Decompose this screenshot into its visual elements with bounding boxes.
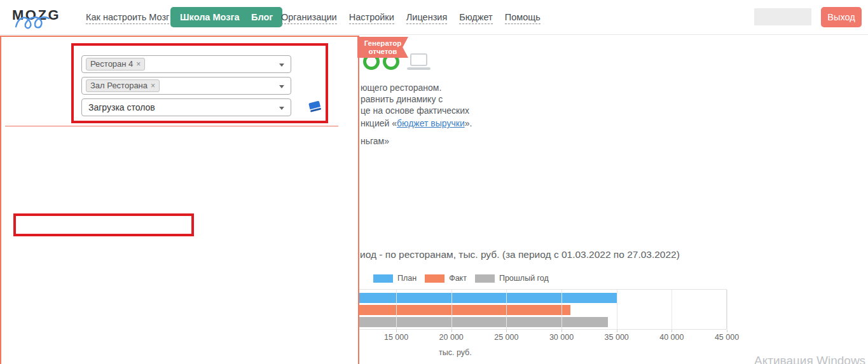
ribbon-line-2: отчетов [357, 48, 408, 56]
report-generator-ribbon[interactable]: Генератор отчетов [357, 37, 408, 58]
chip-remove-icon[interactable]: × [136, 60, 141, 69]
gridline [506, 290, 507, 329]
tick-mark [451, 330, 452, 332]
manual-book-icon[interactable] [308, 100, 322, 116]
restaurant-chip: Ресторан 4× [86, 58, 145, 71]
dropdown-caret-icon [279, 85, 284, 88]
tick-label: 25 000 [494, 333, 518, 342]
clipped-text-line: це на основе фактических [361, 105, 469, 116]
clipped-text-line: ющего рестораном. [361, 83, 441, 93]
nav-link-license[interactable]: Лицензия [406, 12, 447, 24]
legend-entry-prev-year: Прошлый год [475, 274, 549, 283]
tick-mark [506, 330, 507, 332]
legend-entry-fact: Факт [425, 274, 467, 283]
tick-label: 15 000 [384, 333, 408, 342]
section-divider [5, 126, 338, 126]
ribbon-line-1: Генератор [357, 39, 408, 48]
gridline [561, 290, 562, 329]
gridline [617, 290, 617, 329]
gridline [451, 290, 452, 329]
restaurant-select[interactable]: Ресторан 4× [81, 55, 291, 73]
nav-link-how-to-setup[interactable]: Как настроить Мозг [86, 12, 169, 24]
clipped-text-line: нкцией «бюджет выручки». [361, 118, 472, 128]
legend-swatch-fact [425, 274, 444, 283]
gridline [396, 290, 397, 329]
gridline [727, 290, 727, 329]
tick-mark [672, 330, 672, 332]
laptop-icon [410, 53, 427, 66]
username-redacted-box [754, 8, 811, 25]
report-selected-value: Загрузка столов [88, 102, 155, 112]
top-nav: MOZG Как настроить Мозг Школа Мозга Блог… [0, 0, 868, 35]
chart-legend: План Факт Прошлый год [373, 274, 549, 283]
chart-axis: 15 00020 00025 00030 00035 00040 00045 0… [359, 333, 727, 343]
tick-label: 35 000 [605, 333, 629, 342]
revenue-budget-link[interactable]: бюджет выручки [397, 118, 465, 128]
tick-mark [727, 330, 727, 332]
nav-link-budget[interactable]: Бюджет [459, 12, 492, 24]
nav-links: Организации Настройки Лицензия Бюджет По… [281, 12, 541, 24]
division-chip: Зал Ресторана× [86, 79, 160, 92]
tick-mark [396, 330, 397, 332]
tick-label: 45 000 [715, 333, 739, 342]
tick-label: 40 000 [659, 333, 684, 342]
chart-x-axis-label: тыс. руб. [439, 348, 472, 357]
bar-fact [359, 305, 570, 315]
tick-label: 20 000 [439, 333, 464, 342]
clipped-text-line: равнить динамику с [361, 94, 443, 104]
school-button[interactable]: Школа Мозга [170, 7, 249, 27]
division-select[interactable]: Зал Ресторана× [81, 77, 291, 95]
blog-button[interactable]: Блог [242, 7, 282, 27]
chip-remove-icon[interactable]: × [151, 81, 155, 90]
laptop-icon-base [407, 67, 431, 70]
nav-link-help[interactable]: Помощь [505, 12, 541, 24]
legend-swatch-prev-year [475, 274, 495, 283]
nav-link-settings[interactable]: Настройки [349, 12, 394, 24]
report-select[interactable]: Загрузка столов [81, 98, 291, 116]
nav-link-organizations[interactable]: Организации [281, 12, 337, 24]
logout-button[interactable]: Выход [821, 7, 862, 27]
legend-swatch-plan [373, 274, 393, 283]
chart-title: иод - по ресторанам, тыс. руб. (за перио… [360, 249, 680, 260]
tick-label: 30 000 [549, 333, 574, 342]
dropdown-caret-icon [279, 64, 284, 67]
chart-plot [359, 289, 727, 330]
gridline [672, 290, 672, 329]
mozg-logo[interactable]: MOZG [11, 4, 75, 34]
legend-entry-plan: План [373, 274, 417, 283]
windows-activation-watermark: Активация Windows [754, 354, 865, 364]
clipped-text-line: ньгам» [361, 136, 389, 146]
tick-mark [561, 330, 562, 332]
tick-mark [617, 330, 617, 332]
dropdown-caret-icon [279, 107, 284, 110]
bar-plan [359, 293, 617, 303]
